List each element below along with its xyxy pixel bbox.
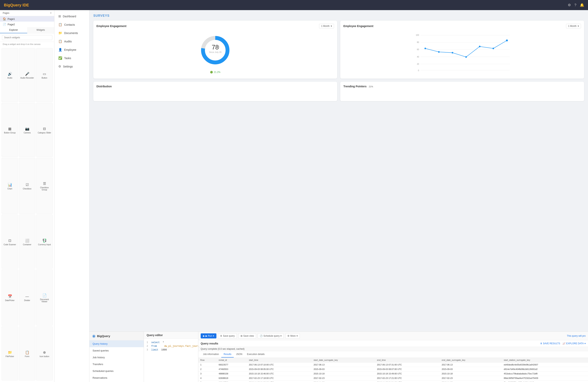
widget-checkbox-group[interactable]: ☰Checkbox Group [36, 158, 53, 214]
nav-settings[interactable]: ⚙ Settings [54, 62, 89, 71]
save-results-icon: ⬇ [540, 342, 542, 345]
widget-form[interactable]: 📋Form [19, 326, 35, 381]
widget-audio[interactable]: 🔊Audio [1, 48, 18, 102]
widget-currency-input[interactable]: 💱Currency Input [36, 214, 53, 269]
more-button[interactable]: ⚙ More ▾ [285, 333, 300, 339]
widget-code-scanner[interactable]: ⊡Code Scanner [1, 214, 18, 269]
save-query-button[interactable]: ⬇ Save query [218, 333, 237, 339]
explore-chevron-icon: ▾ [585, 342, 586, 345]
cell-start-station: d914e7d49c404fb08b2d6126691d2 [502, 367, 588, 371]
nav-dashboard[interactable]: ⊞ Dashboard [54, 12, 89, 21]
nav-contacts[interactable]: 📋 Contacts [54, 21, 89, 29]
nav-employee[interactable]: 👤 Employee [54, 45, 89, 54]
table-row: 5 60646706 2016-11-28 21:30:00 UTC 2016-… [198, 381, 588, 382]
tab-execution-details[interactable]: Execution details [245, 351, 267, 358]
bq-nav-query-history[interactable]: Query history [89, 340, 144, 347]
tab-explorer[interactable]: Explorer [0, 27, 27, 33]
grid-icon: ⊞ [241, 335, 242, 337]
cell-rental-id: 47460553 [217, 367, 247, 371]
bq-nav-job-history[interactable]: Job history [89, 354, 144, 361]
explorer-widgets-tabs: Explorer Widgets [0, 27, 54, 33]
run-button[interactable]: ▶ ▶ Run ▾ [201, 333, 216, 339]
add-page-icon[interactable]: + [50, 12, 52, 14]
cell-row: 5 [198, 381, 217, 382]
line-month-select[interactable]: 1 Month ▾ [566, 24, 581, 28]
nav-documents[interactable]: 📁 Documents [54, 29, 89, 37]
schedule-query-button[interactable]: 🕐 Schedule query ▾ [258, 333, 284, 339]
search-widgets-container [0, 33, 54, 42]
bq-nav-scheduled-queries[interactable]: Scheduled queries [89, 368, 144, 374]
query-editor-code[interactable]: 1 select * 2 from dw_pl_journeys.fact_jo… [144, 339, 198, 382]
widget-datepicker[interactable]: 📅DatePicker [1, 269, 18, 326]
notification-icon[interactable]: 🔔 [580, 3, 584, 7]
svg-point-19 [452, 52, 453, 53]
save-view-button[interactable]: ⊞ Save view [238, 333, 256, 339]
page-item-page1[interactable]: 🏠 Page1 [0, 16, 54, 21]
code-line-3: 3 limit 1000 [147, 348, 195, 352]
widget-camera[interactable]: 📷Camera [19, 103, 35, 157]
help-icon[interactable]: ? [574, 3, 576, 7]
line-chart-container: 100 80 60 40 20 0 [343, 31, 581, 73]
widget-chart[interactable]: 📊Chart [1, 158, 18, 214]
nav-tasks[interactable]: ✅ Tasks [54, 54, 89, 62]
search-input[interactable] [2, 35, 52, 40]
charts-row: Employee Engagement 1 Month ▾ 78 % Sinc [93, 21, 584, 79]
widget-document-viewer[interactable]: 📄Document Viewer [36, 269, 53, 326]
main-content: SURVEYS Employee Engagement 1 Month ▾ [89, 10, 588, 382]
category-slider-icon: ⊟ [43, 127, 46, 131]
svg-point-20 [465, 56, 467, 58]
qr-table-container: Row rental_id start_time start_date_surr… [198, 358, 588, 382]
tab-results[interactable]: Results [221, 351, 234, 358]
bq-nav-transfers[interactable]: Transfers [89, 361, 144, 368]
bottom-overlay: ◉ BigQuery Query history Saved queries J… [89, 331, 588, 382]
widget-checkbox[interactable]: ☑Checkbox [19, 158, 35, 214]
widget-icon-button[interactable]: ⊕Icon button [36, 326, 53, 381]
query-info-text: This query will pro [567, 335, 586, 337]
donut-card-header: Employee Engagement 1 Month ▾ [96, 24, 334, 28]
app-title: BigQuery IDE [4, 3, 29, 7]
cell-rental-id: 62608618 [217, 376, 247, 381]
svg-text:60: 60 [417, 48, 419, 51]
main-layout: Pages + 🏠 Page1 📄 Page2 Explorer Widgets… [0, 10, 588, 382]
donut-month-select[interactable]: 1 Month ▾ [319, 24, 334, 28]
col-end-time: end_time [375, 358, 440, 362]
tab-json[interactable]: JSON [234, 351, 245, 358]
nav-audits[interactable]: 📋 Audits [54, 37, 89, 45]
cell-start-time: 2017-02-23 17:18:00 UTC [247, 376, 312, 381]
play-icon: ▶ [203, 335, 205, 337]
cell-end-date: 2017-06-13 [440, 362, 502, 367]
widget-button-group[interactable]: ▦Button Group [1, 103, 18, 157]
bq-header: ◉ BigQuery [89, 332, 144, 340]
widget-filepicker[interactable]: 📁FilePicker [1, 326, 18, 381]
cell-start-station: 88dc36f58799ad4e47f1502ed79439 [502, 376, 588, 381]
settings-icon[interactable]: ⚙ [568, 3, 571, 7]
contacts-icon: 📋 [58, 23, 62, 26]
donut-chart-svg: 78 % Since July 28 [198, 33, 233, 68]
query-results-title: Query results [201, 342, 218, 345]
bq-nav-reservations[interactable]: Reservations [89, 374, 144, 381]
cell-start-time: 2016-11-28 21:30:00 UTC [247, 381, 312, 382]
bq-nav-bi-engine[interactable]: BI Engine [89, 381, 144, 382]
widget-audio-recorder[interactable]: 🎤Audio Recorder [19, 48, 35, 102]
bq-nav-saved-queries[interactable]: Saved queries [89, 347, 144, 354]
query-editor-title: Query editor [144, 332, 198, 339]
explore-data-button[interactable]: 📈 EXPLORE DATA ▾ [563, 342, 586, 345]
currency-icon: 💱 [42, 238, 47, 243]
save-results-button[interactable]: ⬇ SAVE RESULTS [540, 342, 560, 345]
widget-button[interactable]: ▭Button [36, 48, 53, 102]
line-card-title: Employee Engagement [343, 24, 373, 28]
tab-widgets[interactable]: Widgets [27, 27, 54, 33]
cell-start-station: 451bdccc79bababafadcc75ec71bf8 [502, 371, 588, 376]
widget-category-slider[interactable]: ⊟Category Slider [36, 103, 53, 157]
bigquery-sidebar: ◉ BigQuery Query history Saved queries J… [89, 331, 144, 382]
divider-icon: — [25, 295, 29, 298]
bigquery-title: BigQuery [97, 334, 110, 338]
widget-divider[interactable]: —Divider [19, 269, 35, 326]
chevron-down-icon: ▾ [331, 25, 332, 27]
button-icon: ▭ [43, 72, 46, 76]
page-item-page2[interactable]: 📄 Page2 [0, 21, 54, 27]
widget-container[interactable]: ⬜Container [19, 214, 35, 269]
trending-pointers-card: Trending Pointers 21% [340, 82, 584, 101]
page1-label: Page1 [8, 18, 15, 21]
tab-job-information[interactable]: Job information [201, 351, 221, 358]
